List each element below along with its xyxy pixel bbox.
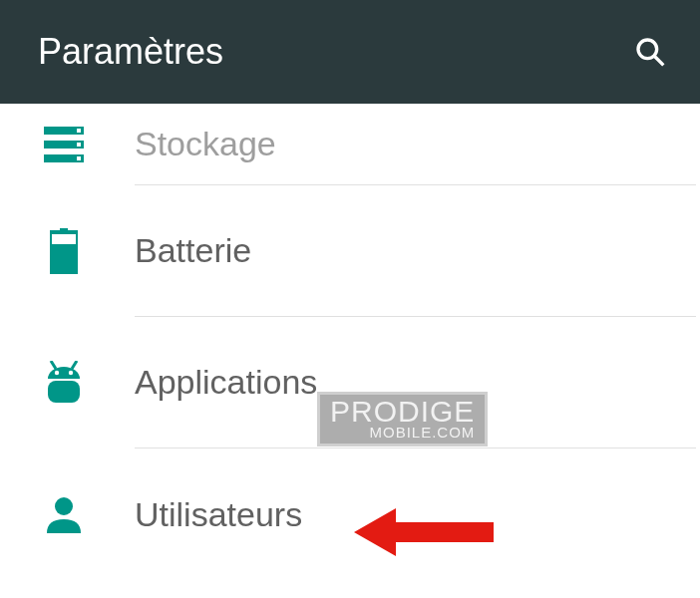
svg-point-0 xyxy=(638,40,657,59)
user-icon xyxy=(43,495,85,533)
search-icon xyxy=(634,36,666,68)
svg-rect-10 xyxy=(50,244,78,274)
svg-point-13 xyxy=(55,370,59,374)
svg-line-1 xyxy=(654,56,663,65)
settings-item-label: Applications xyxy=(135,363,317,402)
svg-line-12 xyxy=(72,361,77,369)
svg-line-11 xyxy=(51,361,56,369)
annotation-arrow xyxy=(354,504,494,560)
settings-item-battery[interactable]: Batterie xyxy=(135,185,696,317)
svg-rect-6 xyxy=(77,143,81,147)
svg-point-16 xyxy=(55,497,73,515)
svg-rect-7 xyxy=(77,156,81,160)
storage-icon xyxy=(43,127,85,162)
arrow-left-icon xyxy=(354,504,494,560)
settings-item-storage[interactable]: Stockage xyxy=(135,104,696,185)
app-header: Paramètres xyxy=(0,0,700,104)
svg-marker-17 xyxy=(354,508,494,556)
svg-point-14 xyxy=(69,370,73,374)
watermark-line1: PRODIGE xyxy=(330,397,475,427)
page-title: Paramètres xyxy=(38,31,223,73)
battery-icon xyxy=(43,228,85,274)
settings-item-label: Batterie xyxy=(135,231,251,270)
search-button[interactable] xyxy=(628,30,672,74)
svg-rect-15 xyxy=(48,381,80,403)
apps-icon xyxy=(43,361,85,405)
settings-item-label: Utilisateurs xyxy=(135,495,302,534)
settings-item-label: Stockage xyxy=(135,125,276,163)
watermark: PRODIGE MOBILE.COM xyxy=(317,392,488,447)
svg-rect-5 xyxy=(77,129,81,133)
settings-list: Stockage Batterie Applications xyxy=(0,104,700,580)
